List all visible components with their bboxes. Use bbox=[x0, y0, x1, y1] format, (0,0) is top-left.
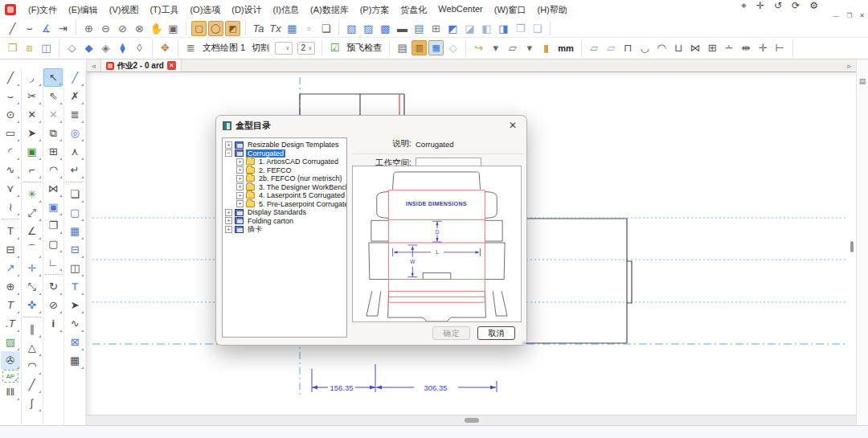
add-part-icon[interactable]: ▤ bbox=[411, 21, 427, 36]
counter-grid-tool-icon[interactable]: ▦ bbox=[65, 351, 84, 370]
measure-arc-tool-icon[interactable]: ◠ bbox=[23, 357, 42, 375]
board-icon[interactable]: ▤ bbox=[395, 40, 410, 55]
settings-icon[interactable]: ⚙ bbox=[809, 0, 818, 11]
curve-icon[interactable]: ⌣ bbox=[22, 21, 37, 36]
restore-button[interactable]: ❐ bbox=[846, 12, 852, 19]
line-tool-icon[interactable]: ╱ bbox=[1, 68, 20, 87]
radius-tool-icon[interactable]: ⌒ bbox=[23, 240, 42, 259]
preview-icon[interactable]: ▣ bbox=[166, 21, 181, 36]
direction-icon[interactable]: ↪ bbox=[471, 40, 486, 55]
text-tool-icon[interactable]: T bbox=[1, 222, 20, 240]
fan-tool-icon[interactable]: ⋏ bbox=[65, 142, 84, 161]
swap-image-icon[interactable]: ▩ bbox=[378, 21, 393, 36]
polyline-tool-icon[interactable]: ∟ bbox=[43, 253, 63, 272]
ok-button[interactable]: 确定 bbox=[432, 326, 470, 340]
scissors-tool-icon[interactable]: ✂ bbox=[23, 87, 42, 105]
hook-tool-icon[interactable]: ↵ bbox=[65, 161, 84, 179]
tab-scroll-left-icon[interactable]: ◃ bbox=[87, 62, 100, 70]
counter-square-icon[interactable]: ▢ bbox=[191, 21, 207, 36]
panel-toggle-icon[interactable]: ▤ bbox=[857, 77, 868, 85]
blue-line-tool-icon[interactable]: ╱ bbox=[65, 68, 84, 87]
move-point-tool-icon[interactable]: ✛ bbox=[23, 259, 42, 277]
cross-cut-tool-icon[interactable]: ✗ bbox=[65, 87, 84, 105]
zigzag-tool-icon[interactable]: ∿ bbox=[65, 314, 84, 333]
text-a-icon[interactable]: Ta bbox=[251, 21, 266, 36]
move-3d-icon[interactable]: ⧫ bbox=[115, 40, 130, 55]
tree-item[interactable]: +Folding carton bbox=[223, 217, 346, 226]
scale-tool-icon[interactable]: ⤡ bbox=[23, 277, 42, 296]
cube-tool-icon[interactable]: ◫ bbox=[65, 259, 84, 277]
tree-item[interactable]: +插卡 bbox=[223, 225, 346, 234]
multi-select-tool-icon[interactable]: ⇖ bbox=[43, 87, 63, 105]
expand-icon[interactable]: + bbox=[236, 166, 244, 174]
tab-scroll-right-icon[interactable]: ▹ bbox=[842, 62, 856, 70]
menu-item[interactable]: (T)工具 bbox=[144, 1, 184, 19]
caret2-icon[interactable]: ▾ bbox=[522, 40, 537, 55]
caret-icon[interactable]: ▾ bbox=[488, 40, 503, 55]
measure-angle-tool-icon[interactable]: △ bbox=[23, 338, 42, 357]
add-nick2-icon[interactable]: ◠ bbox=[654, 40, 669, 55]
import-icon[interactable]: ⧈ bbox=[22, 40, 37, 55]
circle-tool-icon[interactable]: ⊙ bbox=[1, 105, 20, 124]
perforation-tool-icon[interactable]: ≣ bbox=[65, 105, 84, 124]
tree-item[interactable]: +4. Laserpoint 5 Corrugated bbox=[223, 191, 346, 200]
pan-icon[interactable]: ✋ bbox=[149, 21, 164, 36]
menu-item[interactable]: (P)方案 bbox=[354, 1, 395, 19]
dashed-box-icon[interactable]: ▫ bbox=[301, 21, 317, 36]
menu-item[interactable]: (V)视图 bbox=[104, 1, 145, 19]
trim-icon[interactable]: ⇥ bbox=[55, 21, 71, 36]
measure-line-tool-icon[interactable]: ∥ bbox=[23, 320, 42, 338]
add-nick-icon[interactable]: ◡ bbox=[637, 40, 653, 55]
zoom-out-icon[interactable]: ⊖ bbox=[98, 21, 113, 36]
screen-icon[interactable]: ▬ bbox=[395, 21, 410, 36]
tree-item[interactable]: +3. The Designer WorkBench bbox=[223, 183, 346, 192]
add-image-icon[interactable]: ▧ bbox=[344, 21, 359, 36]
grid-split-tool-icon[interactable]: ⊟ bbox=[65, 240, 84, 259]
collapse-icon[interactable]: − bbox=[225, 149, 232, 157]
stretch-tool-icon[interactable]: ⤢ bbox=[23, 203, 42, 222]
horizontal-scrollbar-thumb[interactable] bbox=[465, 418, 479, 423]
expand-icon[interactable]: + bbox=[236, 192, 244, 199]
fill-swap-icon[interactable]: ◨ bbox=[496, 21, 511, 36]
outline-icon[interactable]: ▱ bbox=[587, 40, 602, 55]
small-text-tool-icon[interactable]: .T bbox=[1, 314, 20, 333]
barcode-tool-icon[interactable]: ‖‖ bbox=[1, 383, 20, 401]
expand-icon[interactable]: + bbox=[236, 175, 244, 182]
fillet-corner-tool-icon[interactable]: ◠ bbox=[43, 161, 63, 179]
mirror-tool-icon[interactable]: ⋈ bbox=[43, 179, 63, 198]
menu-item[interactable]: (W)窗口 bbox=[489, 1, 532, 19]
tab-close-button[interactable]: ✕ bbox=[167, 61, 176, 70]
arc-tool-icon[interactable]: ⌣ bbox=[1, 87, 20, 105]
add-bridge-icon[interactable]: ⊓ bbox=[620, 40, 636, 55]
text-3d-tool-icon[interactable]: T bbox=[65, 277, 84, 296]
menu-item[interactable]: (D)设计 bbox=[226, 1, 267, 19]
select-tool-icon[interactable]: ↖ bbox=[43, 68, 63, 87]
step-tool-icon[interactable]: ⌐ bbox=[23, 161, 42, 179]
add-3d-icon[interactable]: ◇ bbox=[64, 40, 80, 55]
zoom-window-icon[interactable]: ⊘ bbox=[115, 21, 130, 36]
info-tool-icon[interactable]: i bbox=[43, 314, 63, 333]
sync-standards-icon[interactable]: ✥ bbox=[158, 40, 173, 55]
counter-tool-icon[interactable]: ▣ bbox=[23, 142, 42, 161]
tree-item[interactable]: +1. ArtiosCAD Corrugated bbox=[223, 158, 346, 166]
direction-tool-icon[interactable]: ➤ bbox=[23, 124, 42, 142]
rotate-x-tool-icon[interactable]: ⊘ bbox=[43, 296, 63, 314]
box-3d-icon[interactable]: ◈ bbox=[98, 40, 113, 55]
cross-icon[interactable]: ✛ bbox=[755, 40, 771, 55]
text-x-icon[interactable]: Tx bbox=[268, 21, 283, 36]
tree-item[interactable]: +2. FEFCO bbox=[223, 166, 346, 175]
menu-item[interactable]: (E)编辑 bbox=[63, 1, 104, 19]
dim-circle-tool-icon[interactable]: ⊕ bbox=[1, 277, 20, 296]
undo-icon[interactable]: ↺ bbox=[774, 0, 782, 11]
nick-width-icon[interactable]: ⇹ bbox=[739, 40, 754, 55]
menu-item[interactable]: (I)信息 bbox=[268, 1, 305, 19]
group-tool-icon[interactable]: ▢ bbox=[43, 235, 63, 253]
grid-tool-icon[interactable]: ▦ bbox=[65, 222, 84, 240]
move-icon[interactable]: ✛ bbox=[756, 0, 764, 11]
stack-tool-icon[interactable]: ❐ bbox=[43, 216, 63, 235]
dialog-close-button[interactable]: ✕ bbox=[506, 120, 520, 131]
delete-tool-icon[interactable]: ✕ bbox=[23, 105, 42, 124]
thickness-icon[interactable]: ▮ bbox=[538, 40, 554, 55]
menu-item[interactable]: 货盘化 bbox=[395, 1, 432, 19]
explode-tool-icon[interactable]: ✳ bbox=[23, 185, 42, 203]
